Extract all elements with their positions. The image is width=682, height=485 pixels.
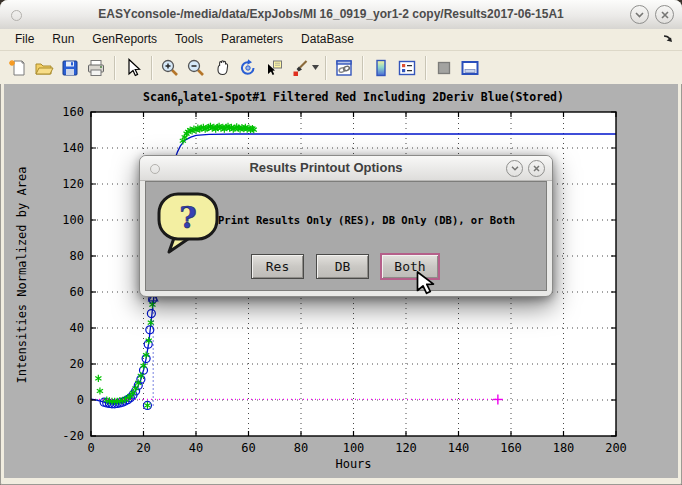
new-figure-button[interactable] <box>6 56 30 80</box>
toolbar <box>0 51 682 84</box>
window-menu-icon[interactable] <box>11 10 22 21</box>
colorbar-icon <box>371 58 391 78</box>
printer-icon <box>86 58 106 78</box>
undock-arrow-icon[interactable] <box>662 32 674 47</box>
app-window: EASYconsole-/media/data/ExpJobs/MI 16_09… <box>0 0 682 485</box>
save-figure-button[interactable] <box>58 56 82 80</box>
dialog-window-menu-icon[interactable] <box>150 164 160 174</box>
rotate-3d-icon <box>238 58 258 78</box>
open-file-button[interactable] <box>32 56 56 80</box>
close-icon <box>533 165 540 172</box>
svg-text:0: 0 <box>87 441 94 455</box>
plot-title: Scan6plate1-Spot#1 Filtered Red Includin… <box>91 90 616 106</box>
menu-run[interactable]: Run <box>43 29 83 50</box>
new-document-icon <box>8 58 28 78</box>
hide-plot-tools-icon <box>434 58 454 78</box>
menu-genreports[interactable]: GenReports <box>83 29 166 50</box>
dialog-close-button[interactable] <box>528 160 545 177</box>
window-title: EASYconsole-/media/data/ExpJobs/MI 16_09… <box>40 0 622 29</box>
show-plot-tools-button[interactable] <box>458 56 482 80</box>
close-button[interactable] <box>655 5 674 24</box>
svg-text:140: 140 <box>62 141 84 155</box>
menu-file[interactable]: File <box>6 29 43 50</box>
svg-text:160: 160 <box>62 105 84 119</box>
toolbar-separator <box>325 56 326 80</box>
hide-plot-tools-button[interactable] <box>432 56 456 80</box>
svg-text:80: 80 <box>70 249 84 263</box>
zoom-out-button[interactable] <box>184 56 208 80</box>
menu-database[interactable]: DataBase <box>292 29 363 50</box>
question-mark-glyph: ? <box>179 200 197 235</box>
svg-text:20: 20 <box>70 357 84 371</box>
toolbar-separator <box>114 56 115 80</box>
svg-text:180: 180 <box>553 441 575 455</box>
insert-legend-button[interactable] <box>395 56 419 80</box>
data-cursor-button[interactable] <box>262 56 286 80</box>
pointer-tool-button[interactable] <box>121 56 145 80</box>
mouse-cursor-icon <box>416 271 438 297</box>
y-axis-label: Intensities Normalized by Area <box>15 135 29 415</box>
svg-text:120: 120 <box>395 441 417 455</box>
db-button[interactable]: DB <box>316 254 369 279</box>
print-figure-button[interactable] <box>84 56 108 80</box>
svg-text:160: 160 <box>500 441 522 455</box>
insert-colorbar-button[interactable] <box>369 56 393 80</box>
zoom-in-icon <box>160 58 180 78</box>
menu-tools[interactable]: Tools <box>166 29 212 50</box>
brush-button[interactable] <box>288 56 312 80</box>
open-folder-icon <box>34 58 54 78</box>
minimize-button[interactable] <box>630 5 649 24</box>
data-cursor-icon <box>264 58 284 78</box>
svg-text:60: 60 <box>241 441 255 455</box>
link-icon <box>334 58 354 78</box>
show-plot-tools-icon <box>460 58 480 78</box>
svg-text:100: 100 <box>62 213 84 227</box>
pan-button[interactable] <box>210 56 234 80</box>
toolbar-separator <box>151 56 152 80</box>
dialog-titlebar[interactable]: Results Printout Options <box>140 156 552 181</box>
rotate-3d-button[interactable] <box>236 56 260 80</box>
legend-icon <box>397 58 417 78</box>
menubar: File Run GenReports Tools Parameters Dat… <box>0 29 682 51</box>
svg-text:40: 40 <box>189 441 203 455</box>
save-floppy-icon <box>60 58 80 78</box>
svg-text:120: 120 <box>62 177 84 191</box>
svg-text:60: 60 <box>70 285 84 299</box>
svg-text:140: 140 <box>448 441 470 455</box>
toolbar-separator <box>425 56 426 80</box>
zoom-out-icon <box>186 58 206 78</box>
menu-parameters[interactable]: Parameters <box>212 29 292 50</box>
question-bubble-icon: ? <box>154 190 224 256</box>
brush-icon <box>290 58 310 78</box>
brush-dropdown-caret[interactable] <box>311 56 320 80</box>
svg-text:200: 200 <box>605 441 627 455</box>
dialog-title: Results Printout Options <box>170 156 482 180</box>
close-icon <box>661 11 669 19</box>
toolbar-separator <box>362 56 363 80</box>
dialog-content: ? Print Results Only (RES), DB Only (DB)… <box>145 181 547 291</box>
svg-text:-20: -20 <box>62 429 84 443</box>
hand-icon <box>212 58 232 78</box>
titlebar: EASYconsole-/media/data/ExpJobs/MI 16_09… <box>0 0 682 30</box>
svg-text:20: 20 <box>136 441 150 455</box>
svg-text:40: 40 <box>70 321 84 335</box>
dialog-message: Print Results Only (RES), DB Only (DB), … <box>218 214 540 226</box>
x-axis-label: Hours <box>91 457 616 471</box>
results-printout-dialog: Results Printout Options ? Print Results… <box>139 155 553 297</box>
arrow-pointer-icon <box>123 58 143 78</box>
chevron-down-icon <box>511 166 519 171</box>
res-button[interactable]: Res <box>251 254 304 279</box>
svg-text:80: 80 <box>294 441 308 455</box>
link-plot-button[interactable] <box>332 56 356 80</box>
svg-text:0: 0 <box>77 393 84 407</box>
svg-text:100: 100 <box>343 441 365 455</box>
zoom-in-button[interactable] <box>158 56 182 80</box>
dialog-minimize-button[interactable] <box>506 160 523 177</box>
chevron-down-icon <box>635 12 644 18</box>
